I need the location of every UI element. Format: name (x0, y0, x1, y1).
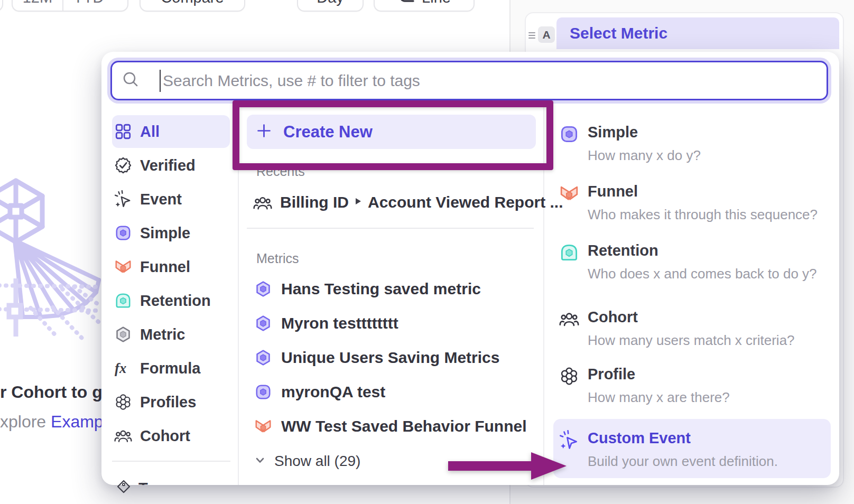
custom-event-sparkle-icon (559, 430, 579, 450)
type-cohort-desc: How many users match x criteria? (588, 332, 795, 349)
range-ytd-button[interactable]: YTD (62, 0, 127, 11)
granularity-day-button[interactable]: Day (297, 0, 364, 12)
cohort-people-icon (114, 427, 132, 445)
event-sparkle-icon (114, 190, 132, 208)
type-profile-desc: How many x are there? (588, 389, 730, 406)
annotation-arrow (447, 449, 569, 483)
search-input[interactable]: Search Metrics, use # to filter to tags (110, 61, 828, 100)
svg-text:fx: fx (115, 360, 126, 376)
annotation-rectangle (233, 100, 553, 170)
compare-button[interactable]: Compare (140, 0, 245, 12)
profiles-flower-icon (559, 366, 579, 386)
metric-list-item[interactable]: myronQA test (254, 378, 385, 406)
type-custom-event-desc: Build your own event definition. (588, 453, 778, 470)
type-simple[interactable]: Simple (588, 124, 638, 141)
wireframe-cube-illustration (0, 174, 111, 357)
sidebar-item-funnel[interactable]: Funnel (112, 252, 230, 282)
verified-seal-icon (114, 156, 132, 174)
metric-hexagon-icon (254, 349, 272, 367)
show-all-button[interactable]: Show all (29) (253, 450, 360, 473)
text-cursor (160, 70, 161, 92)
sidebar-item-event[interactable]: Event (112, 184, 230, 214)
metrics-header: Metrics (256, 251, 299, 266)
line-chart-icon (397, 0, 415, 8)
type-funnel-desc: Who makes it through this sequence? (588, 207, 818, 223)
sidebar-item-verified[interactable]: Verified (112, 151, 230, 180)
sidebar-item-retention[interactable]: Retention (112, 286, 230, 315)
retention-icon (559, 242, 579, 263)
type-custom-event[interactable]: Custom Event (588, 430, 691, 447)
cohort-people-icon (559, 309, 579, 329)
type-funnel[interactable]: Funnel (588, 183, 638, 200)
metric-list-item[interactable]: Myron testttttttt (254, 310, 398, 337)
range-12m-button[interactable]: 12M (13, 0, 62, 11)
sidebar-item-all[interactable]: All (112, 117, 230, 146)
search-icon (120, 70, 141, 92)
type-cohort[interactable]: Cohort (588, 309, 638, 326)
tag-icon[interactable] (115, 479, 132, 496)
retention-icon (114, 292, 132, 310)
section-divider (247, 228, 534, 229)
type-retention[interactable]: Retention (588, 242, 658, 259)
type-simple-desc: How many x do y? (588, 147, 701, 164)
breadcrumb-triangle-icon (355, 197, 361, 208)
select-metric-field[interactable]: Select Metric (556, 17, 839, 49)
sidebar-item-formula[interactable]: fx Formula (112, 353, 230, 383)
metric-list-item[interactable]: WW Test Saved Behavior Funnel (254, 413, 527, 440)
simple-metric-icon (559, 124, 579, 144)
profiles-flower-icon (114, 393, 132, 411)
empty-state-headline-fragment: r Cohort to ge (0, 382, 112, 402)
formula-icon: fx (114, 359, 132, 377)
chart-type-line-button[interactable]: Line (374, 0, 475, 12)
metric-hexagon-icon (254, 314, 272, 332)
date-range-group[interactable]: 12M YTD (12, 0, 128, 12)
funnel-icon (254, 417, 272, 435)
grid-icon (114, 123, 132, 141)
metric-hexagon-icon (114, 325, 132, 343)
sidebar-item-cohort[interactable]: Cohort (112, 421, 230, 451)
series-a-badge: A (538, 26, 555, 43)
recent-item[interactable]: Billing ID Account Viewed Report ... (253, 189, 563, 216)
funnel-icon (114, 258, 132, 276)
type-retention-desc: Who does x and comes back to do y? (588, 266, 817, 282)
toolbar-button-fragment[interactable] (0, 0, 3, 12)
sidebar-item-partial[interactable]: Tags (138, 480, 202, 485)
cohort-people-icon (253, 193, 271, 211)
metric-list-item[interactable]: Unique Users Saving Metrics (254, 344, 499, 371)
metric-hexagon-icon (254, 280, 272, 298)
search-placeholder: Search Metrics, use # to filter to tags (163, 72, 420, 90)
type-profile[interactable]: Profile (588, 366, 635, 383)
sidebar-item-simple[interactable]: Simple (112, 218, 230, 248)
metric-list-item[interactable]: Hans Testing saved metric (254, 275, 481, 303)
sidebar-divider (112, 461, 230, 462)
funnel-icon (559, 183, 579, 203)
drag-handle-icon[interactable] (528, 32, 535, 39)
chevron-down-icon (253, 453, 267, 469)
simple-metric-icon (254, 383, 272, 401)
sidebar-item-profiles[interactable]: Profiles (112, 387, 230, 417)
simple-metric-icon (114, 224, 132, 242)
sidebar-item-metric[interactable]: Metric (112, 320, 230, 349)
